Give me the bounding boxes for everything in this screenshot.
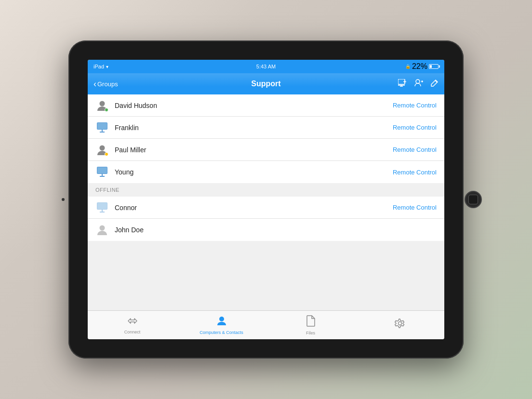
item-icon (95, 121, 109, 134)
home-button[interactable] (465, 191, 482, 208)
item-name: David Hudson (115, 102, 393, 109)
back-arrow-icon: ‹ (93, 80, 96, 88)
tab-connect-label: Connect (124, 330, 141, 334)
edit-button[interactable] (431, 79, 439, 89)
battery-icon (429, 64, 439, 69)
nav-actions (398, 79, 439, 89)
nav-title: Support (251, 80, 280, 88)
remote-control-button[interactable]: Remote Control (393, 146, 437, 153)
item-name: Paul Miller (115, 146, 393, 154)
item-icon (95, 201, 109, 214)
tab-computers-contacts-label: Computers & Contacts (200, 330, 243, 335)
item-icon (95, 143, 109, 157)
item-icon (95, 99, 109, 112)
left-speaker (62, 198, 65, 201)
list-item[interactable]: Franklin Remote Control (88, 117, 444, 139)
svg-point-15 (100, 145, 105, 150)
add-person-button[interactable] (414, 79, 423, 89)
svg-rect-17 (97, 167, 107, 173)
status-bar: iPad ▾ 5:43 AM 🔒 22% (88, 60, 444, 73)
svg-rect-21 (97, 203, 107, 209)
svg-point-25 (219, 317, 224, 321)
files-icon (306, 315, 316, 329)
status-dot-green (105, 108, 108, 112)
ipad-screen: iPad ▾ 5:43 AM 🔒 22% ‹ Groups Support (88, 60, 444, 339)
tab-connect[interactable]: Connect (88, 316, 177, 334)
svg-point-6 (416, 80, 420, 83)
svg-rect-12 (97, 123, 107, 129)
svg-point-10 (100, 101, 105, 106)
gear-icon (395, 318, 405, 331)
device-label: iPad (93, 64, 104, 69)
item-icon (95, 165, 109, 179)
offline-list: Connor Remote Control John Doe (88, 197, 444, 241)
status-bar-left: iPad ▾ (93, 64, 108, 69)
svg-point-26 (398, 321, 401, 325)
remote-control-button[interactable]: Remote Control (393, 204, 437, 211)
status-bar-time: 5:43 AM (256, 64, 276, 69)
ipad-frame: iPad ▾ 5:43 AM 🔒 22% ‹ Groups Support (68, 40, 464, 359)
online-list: David Hudson Remote Control Franklin (88, 94, 444, 183)
back-button[interactable]: ‹ Groups (93, 80, 118, 88)
empty-space (88, 241, 444, 310)
remote-control-button[interactable]: Remote Control (393, 124, 437, 131)
battery-container: 🔒 22% (405, 62, 439, 71)
battery-fill (430, 65, 432, 68)
nav-bar: ‹ Groups Support (88, 73, 444, 94)
back-label: Groups (97, 80, 118, 88)
lock-icon: 🔒 (405, 64, 411, 69)
item-icon (95, 223, 109, 237)
offline-label: OFFLINE (95, 187, 120, 193)
content-area: David Hudson Remote Control Franklin (88, 94, 444, 310)
connect-icon (127, 316, 138, 328)
wifi-icon: ▾ (106, 64, 108, 69)
list-item[interactable]: Young Remote Control (88, 161, 444, 183)
list-item[interactable]: Paul Miller Remote Control (88, 139, 444, 161)
tab-settings[interactable] (355, 318, 444, 332)
home-button-inner (468, 195, 478, 204)
remote-control-button[interactable]: Remote Control (393, 169, 437, 176)
tab-files-label: Files (306, 331, 315, 335)
tab-computers-contacts[interactable]: Computers & Contacts (177, 316, 266, 335)
item-name: Connor (115, 204, 393, 212)
item-name: Young (115, 168, 393, 176)
remote-control-button[interactable]: Remote Control (393, 102, 437, 109)
tab-bar: Connect Computers & Contacts (88, 310, 444, 339)
offline-header: OFFLINE (88, 183, 444, 197)
item-name: Franklin (115, 124, 393, 132)
svg-point-24 (100, 226, 105, 231)
list-item[interactable]: David Hudson Remote Control (88, 94, 444, 117)
battery-percent: 22% (412, 62, 427, 71)
list-item: John Doe (88, 219, 444, 241)
status-dot-yellow (105, 152, 108, 156)
tab-files[interactable]: Files (266, 315, 355, 335)
item-name: John Doe (115, 226, 437, 234)
computers-contacts-icon (216, 316, 227, 329)
list-item[interactable]: Connor Remote Control (88, 197, 444, 219)
add-screen-button[interactable] (398, 79, 407, 89)
